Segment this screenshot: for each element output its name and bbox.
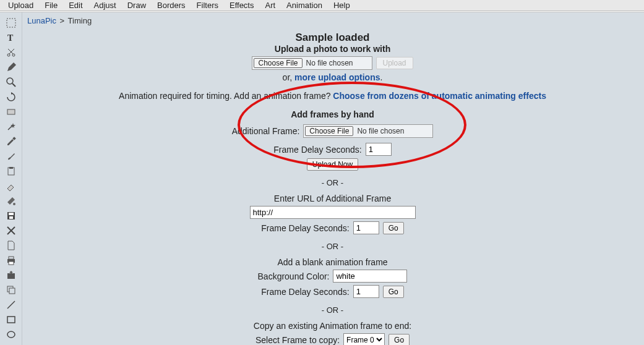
- upload-file-picker[interactable]: Choose File No file chosen: [252, 56, 372, 70]
- add-frames-title: Add frames by hand: [116, 109, 549, 119]
- breadcrumb-current: Timing: [68, 16, 92, 25]
- svg-rect-17: [9, 257, 14, 259]
- svg-line-5: [12, 83, 15, 87]
- frame-delay-label-2: Frame Delay Seconds:: [261, 223, 349, 233]
- menu-art[interactable]: Art: [259, 0, 281, 11]
- frame-delay-input-3[interactable]: [353, 285, 379, 298]
- delete-icon[interactable]: [4, 225, 18, 236]
- or-line: or, more upload options.: [116, 72, 549, 82]
- svg-rect-0: [7, 19, 15, 27]
- svg-rect-23: [7, 317, 15, 323]
- menu-draw[interactable]: Draw: [122, 0, 152, 11]
- bg-color-label: Background Color:: [258, 271, 330, 281]
- clipboard-icon[interactable]: [4, 166, 18, 177]
- svg-rect-12: [9, 213, 14, 215]
- layers-icon[interactable]: [4, 106, 18, 117]
- menu-help[interactable]: Help: [328, 0, 356, 11]
- print-icon[interactable]: [4, 255, 18, 266]
- svg-rect-13: [9, 216, 13, 219]
- marquee-icon[interactable]: [4, 17, 18, 28]
- menu-filters[interactable]: Filters: [191, 0, 224, 11]
- blank-frame-title: Add a blank animation frame: [116, 257, 549, 267]
- wand-icon[interactable]: [4, 121, 18, 132]
- menu-adjust[interactable]: Adjust: [88, 0, 122, 11]
- sep-or-1: - OR -: [116, 178, 549, 187]
- more-upload-options-link[interactable]: more upload options: [294, 72, 380, 82]
- upload-button: Upload: [376, 57, 413, 69]
- sep-or-3: - OR -: [116, 305, 549, 315]
- url-input[interactable]: [250, 206, 416, 219]
- svg-line-22: [7, 301, 15, 309]
- copy-frame-title: Copy an existing Animation frame to end:: [116, 321, 549, 331]
- scissors-icon[interactable]: [4, 47, 18, 58]
- svg-rect-7: [12, 137, 16, 140]
- paint-icon[interactable]: [4, 195, 18, 207]
- svg-rect-9: [9, 167, 13, 169]
- file-icon[interactable]: [4, 240, 18, 251]
- svg-point-24: [7, 331, 15, 338]
- text-icon[interactable]: T: [4, 32, 18, 43]
- menu-edit[interactable]: Edit: [63, 0, 88, 11]
- auto-effects-link[interactable]: Choose from dozens of automatic animatin…: [333, 91, 546, 101]
- svg-point-4: [7, 78, 13, 84]
- brush-icon[interactable]: [4, 151, 18, 162]
- upload-now-button[interactable]: Upload Now: [307, 158, 358, 171]
- tool-sidebar: T: [0, 12, 22, 345]
- anim-prefix: Animation required for timing. Add an an…: [119, 91, 333, 101]
- additional-frame-picker[interactable]: Choose File No file chosen: [303, 124, 433, 138]
- go-button-blank[interactable]: Go: [383, 286, 404, 298]
- frame-delay-label-3: Frame Delay Seconds:: [261, 287, 349, 297]
- pencil-icon[interactable]: [4, 62, 18, 73]
- line-icon[interactable]: [4, 299, 18, 310]
- zoom-icon[interactable]: [4, 77, 18, 88]
- additional-file-status: No file chosen: [354, 125, 423, 137]
- breadcrumb-sep: >: [59, 16, 66, 25]
- svg-point-2: [7, 54, 10, 56]
- additional-frame-label: Additional Frame:: [232, 126, 300, 136]
- frame-delay-label-1: Frame Delay Seconds:: [273, 145, 361, 155]
- frame-select[interactable]: Frame 0: [343, 333, 385, 345]
- bg-color-input[interactable]: [333, 270, 407, 283]
- frame-delay-input-2[interactable]: [353, 221, 379, 234]
- main-content: LunaPic > Timing Sample loaded Upload a …: [22, 12, 644, 345]
- select-frame-label: Select Frame to copy:: [255, 335, 340, 345]
- svg-point-10: [13, 203, 15, 205]
- file-status: No file chosen: [304, 57, 372, 69]
- enter-url-title: Enter URL of Additional Frame: [116, 194, 549, 203]
- breadcrumb: LunaPic > Timing: [27, 15, 638, 29]
- menu-upload[interactable]: Upload: [2, 0, 39, 11]
- frame-delay-input-1[interactable]: [366, 143, 392, 156]
- rect-icon[interactable]: [4, 314, 18, 325]
- or-prefix: or,: [283, 72, 294, 82]
- menu-file[interactable]: File: [39, 0, 63, 11]
- menu-borders[interactable]: Borders: [152, 0, 191, 11]
- ellipse-icon[interactable]: [4, 329, 18, 340]
- additional-choose-button[interactable]: Choose File: [305, 126, 353, 136]
- svg-text:T: T: [7, 33, 14, 43]
- menu-effects[interactable]: Effects: [224, 0, 260, 11]
- eraser-icon[interactable]: [4, 181, 18, 192]
- page-subtitle: Upload a photo to work with: [116, 44, 549, 54]
- go-button-copy[interactable]: Go: [389, 334, 410, 346]
- period: .: [380, 72, 383, 82]
- animation-required-line: Animation required for timing. Add an an…: [116, 91, 549, 101]
- svg-rect-21: [9, 288, 15, 294]
- breadcrumb-root[interactable]: LunaPic: [27, 16, 56, 25]
- copy-icon[interactable]: [4, 284, 18, 296]
- menubar: Upload File Edit Adjust Draw Borders Fil…: [0, 0, 644, 11]
- page-title: Sample loaded: [116, 32, 549, 44]
- sep-or-2: - OR -: [116, 242, 549, 251]
- svg-rect-6: [7, 109, 15, 114]
- eyedropper-icon[interactable]: [4, 136, 18, 147]
- menu-animation[interactable]: Animation: [281, 0, 328, 11]
- export-icon[interactable]: [4, 270, 18, 281]
- choose-file-button[interactable]: Choose File: [254, 58, 302, 68]
- svg-rect-18: [9, 262, 14, 265]
- rotate-icon[interactable]: [4, 92, 18, 103]
- go-button-url[interactable]: Go: [383, 222, 404, 234]
- svg-point-3: [12, 54, 15, 56]
- save-icon[interactable]: [4, 210, 18, 221]
